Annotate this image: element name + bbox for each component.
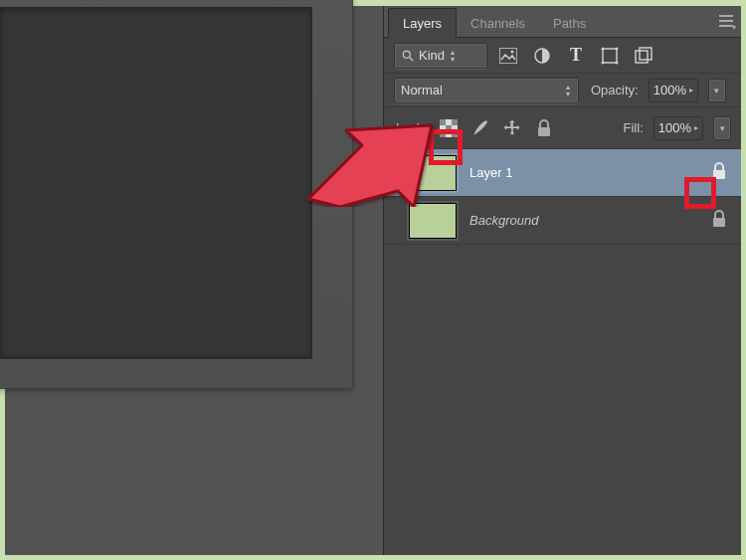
blend-mode-dropdown[interactable]: Normal ▴▾ [394, 78, 579, 103]
layer-name[interactable]: Background [469, 213, 697, 228]
lock-position-button[interactable] [500, 116, 524, 140]
app-window: Layers Channels Paths Kind ▴▾ T Normal [5, 6, 741, 555]
layer-name[interactable]: Layer 1 [469, 165, 697, 180]
panel-tabs: Layers Channels Paths [384, 6, 741, 38]
chevron-down-icon: ▾ [720, 123, 725, 133]
stepper-icon: ▴▾ [566, 84, 570, 97]
svg-point-0 [403, 51, 410, 58]
lock-pixels-button[interactable] [468, 116, 492, 140]
lock-label: Lock: [396, 120, 427, 135]
svg-rect-13 [440, 119, 446, 125]
filter-row: Kind ▴▾ T [384, 38, 741, 74]
chevron-right-icon: ▸ [689, 86, 693, 94]
filter-type-icon[interactable]: T [565, 46, 587, 66]
lock-row: Lock: Fill: 100% ▸ ▾ [384, 107, 741, 149]
svg-rect-16 [440, 131, 446, 137]
filter-shape-icon[interactable] [599, 46, 621, 66]
lock-transparency-button[interactable] [437, 116, 461, 140]
filter-smartobject-icon[interactable] [633, 46, 654, 66]
blend-row: Normal ▴▾ Opacity: 100% ▸ ▾ [384, 74, 741, 107]
filter-icons: T [497, 46, 654, 66]
lock-icon [711, 162, 727, 183]
chevron-right-icon: ▸ [694, 123, 698, 132]
svg-rect-20 [713, 218, 725, 227]
svg-rect-10 [636, 51, 648, 63]
tab-channels[interactable]: Channels [457, 9, 539, 37]
opacity-slider-toggle[interactable]: ▾ [708, 79, 726, 102]
tab-paths[interactable]: Paths [539, 9, 600, 37]
svg-rect-15 [446, 125, 452, 131]
filter-adjustment-icon[interactable] [531, 46, 553, 66]
svg-line-1 [410, 57, 414, 61]
fill-field[interactable]: 100% ▸ [653, 116, 703, 140]
search-icon [401, 49, 415, 63]
layer-row[interactable]: Background [384, 197, 741, 245]
svg-point-8 [602, 61, 605, 64]
tab-layers[interactable]: Layers [388, 8, 457, 38]
filter-pixel-icon[interactable] [497, 46, 519, 66]
svg-point-3 [511, 50, 514, 53]
svg-rect-11 [640, 48, 652, 60]
svg-rect-2 [499, 48, 517, 64]
document-window [0, 0, 353, 389]
lock-icon [711, 210, 727, 231]
layer-list: Layer 1 Background [384, 149, 741, 245]
layer-row[interactable]: Layer 1 [384, 149, 741, 197]
chevron-down-icon: ▾ [714, 86, 719, 95]
layers-panel: Layers Channels Paths Kind ▴▾ T Normal [383, 6, 741, 555]
opacity-field[interactable]: 100% ▸ [649, 79, 698, 102]
opacity-label: Opacity: [591, 83, 639, 97]
svg-point-7 [616, 47, 619, 50]
fill-value: 100% [658, 120, 691, 135]
svg-rect-18 [538, 127, 550, 136]
layer-thumbnail[interactable] [410, 204, 456, 238]
svg-point-9 [616, 61, 619, 64]
svg-rect-5 [603, 49, 617, 63]
svg-rect-17 [452, 131, 458, 137]
panel-menu-icon[interactable] [715, 12, 737, 30]
svg-rect-19 [713, 170, 725, 179]
lock-buttons [437, 116, 556, 140]
svg-point-6 [602, 47, 605, 50]
canvas[interactable] [0, 7, 312, 359]
filter-kind-label: Kind [419, 48, 445, 63]
fill-label: Fill: [624, 120, 644, 135]
svg-rect-14 [452, 119, 458, 125]
lock-all-button[interactable] [532, 116, 556, 140]
opacity-value: 100% [653, 83, 686, 97]
filter-kind-dropdown[interactable]: Kind ▴▾ [394, 43, 487, 69]
fill-slider-toggle[interactable]: ▾ [713, 116, 731, 140]
blend-mode-value: Normal [401, 83, 443, 97]
canvas-area [5, 6, 383, 555]
layer-thumbnail[interactable] [410, 156, 456, 190]
stepper-icon: ▴▾ [451, 49, 455, 63]
